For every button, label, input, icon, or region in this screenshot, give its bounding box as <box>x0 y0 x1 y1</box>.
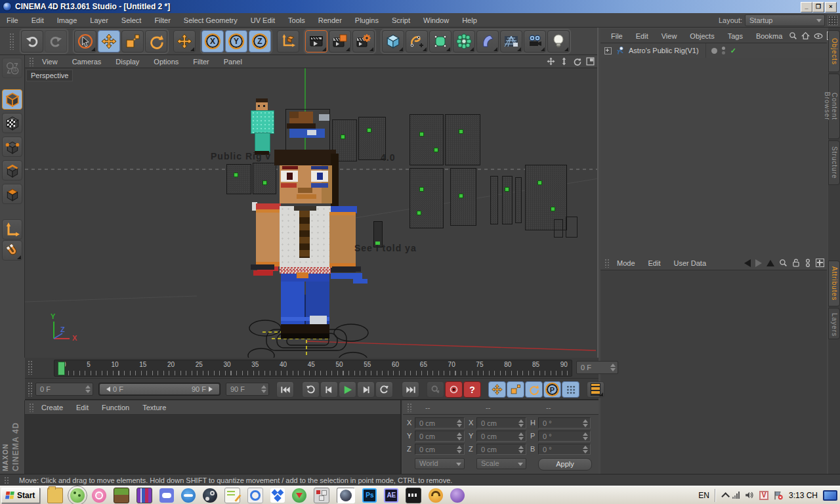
tab-content-browser[interactable]: Content Browser <box>828 74 840 139</box>
menu-plugins[interactable]: Plugins <box>348 16 385 24</box>
key-scale-button[interactable] <box>507 381 524 398</box>
pos-z-field[interactable]: 0 cm <box>415 444 465 455</box>
mat-menu-create[interactable]: Create <box>35 404 70 411</box>
home-icon[interactable] <box>801 32 810 40</box>
taskbar-icon-teamviewer[interactable] <box>181 488 196 503</box>
lock-icon[interactable] <box>792 259 800 267</box>
restore-button[interactable]: ❐ <box>812 2 824 12</box>
attr-menu-userdata[interactable]: User Data <box>667 259 713 267</box>
obj-menu-view[interactable]: View <box>655 32 684 40</box>
taskbar-icon-media-encoder[interactable] <box>406 488 421 503</box>
object-label[interactable]: Astro's Public Rig(V1) <box>629 47 699 54</box>
visibility-render-dots[interactable] <box>722 47 725 54</box>
vp-menu-cameras[interactable]: Cameras <box>65 58 109 66</box>
render-picture-viewer-button[interactable] <box>329 30 351 52</box>
search-icon[interactable] <box>779 259 788 267</box>
size-z-field[interactable]: 0 cm <box>476 444 526 455</box>
toolbar-drag-handle[interactable] <box>9 33 15 50</box>
record-keyframes-button[interactable] <box>427 381 444 398</box>
menu-select[interactable]: Select <box>115 16 148 24</box>
obj-menu-edit[interactable]: Edit <box>629 32 655 40</box>
taskbar-icon-audio[interactable] <box>429 488 443 503</box>
menu-filter[interactable]: Filter <box>148 16 177 24</box>
object-tree-row[interactable]: Astro's Public Rig(V1) ✓ <box>600 43 827 58</box>
autokeying-button[interactable] <box>445 381 463 398</box>
taskbar-icon-discord[interactable] <box>159 488 174 503</box>
key-pla-button[interactable] <box>562 381 579 398</box>
key-rotation-button[interactable] <box>525 381 543 398</box>
add-array-button[interactable] <box>453 30 475 52</box>
taskbar-icon-cinema4d-green[interactable] <box>70 488 85 503</box>
menu-edit[interactable]: Edit <box>25 16 51 24</box>
viewport-camera-label[interactable]: Perspective <box>26 70 73 81</box>
goto-start-button[interactable] <box>276 381 294 398</box>
menu-window[interactable]: Window <box>417 16 455 24</box>
mat-menu-edit[interactable]: Edit <box>70 404 95 411</box>
current-frame-field[interactable]: 0 F <box>576 361 618 374</box>
frame-field[interactable]: 0 F <box>35 383 93 396</box>
size-x-field[interactable]: 0 cm <box>476 417 526 429</box>
attr-menu-mode[interactable]: Mode <box>610 259 642 267</box>
spinner-icon[interactable] <box>261 385 266 393</box>
menu-tools[interactable]: Tools <box>282 16 312 24</box>
network-signal-icon[interactable] <box>732 492 740 499</box>
materials-list-area[interactable] <box>25 415 400 473</box>
taskbar-icon-browser-sphere[interactable] <box>450 488 465 503</box>
coords-drag-handle[interactable] <box>407 403 413 412</box>
undo-button[interactable] <box>21 30 43 52</box>
add-deformer-button[interactable] <box>476 30 499 52</box>
add-spline-button[interactable] <box>406 30 428 52</box>
spinner-icon[interactable] <box>85 385 91 393</box>
toggle-panels-icon[interactable] <box>586 57 595 66</box>
tray-clock[interactable]: 3:13 CH <box>789 491 818 500</box>
redo-button[interactable] <box>45 30 67 52</box>
scale-tool-button[interactable] <box>121 30 144 52</box>
menu-script[interactable]: Script <box>385 16 417 24</box>
tab-objects[interactable]: Objects <box>828 30 840 72</box>
taskbar-icon-notes[interactable] <box>224 488 240 503</box>
obj-menu-bookmarks[interactable]: Bookma <box>749 32 789 40</box>
tray-collapse-icon[interactable] <box>721 492 730 501</box>
vp-menu-view[interactable]: View <box>35 58 65 66</box>
lock-y-axis-button[interactable]: Y <box>225 30 247 52</box>
tray-antivirus-icon[interactable]: V <box>759 491 768 500</box>
make-editable-button[interactable] <box>2 58 22 78</box>
add-floor-button[interactable] <box>500 30 522 52</box>
live-selection-button[interactable] <box>74 30 96 52</box>
menu-uv-edit[interactable]: UV Edit <box>244 16 282 24</box>
taskbar-icon-osu[interactable] <box>92 488 106 503</box>
snap-magnet-button[interactable] <box>2 240 22 261</box>
rot-p-field[interactable]: 0 ° <box>538 430 591 442</box>
tab-layers[interactable]: Layers <box>828 308 840 339</box>
menu-select-geometry[interactable]: Select Geometry <box>177 16 244 24</box>
mat-menu-texture[interactable]: Texture <box>136 404 173 411</box>
lock-x-axis-button[interactable]: X <box>201 30 224 52</box>
visibility-editor-dot[interactable] <box>711 48 717 54</box>
tab-structure[interactable]: Structure <box>828 140 840 185</box>
timeline-button[interactable] <box>587 381 604 398</box>
materials-drag-handle[interactable] <box>29 403 35 412</box>
rotate-view-icon[interactable] <box>573 57 581 66</box>
taskbar-icon-winrar[interactable] <box>136 488 152 503</box>
end-frame-field[interactable]: 90 F <box>226 383 269 396</box>
pos-y-field[interactable]: 0 cm <box>415 430 465 442</box>
rot-h-field[interactable]: 0 ° <box>538 417 591 429</box>
keying-help-button[interactable]: ? <box>463 381 481 398</box>
loop-button[interactable] <box>375 381 393 398</box>
rot-b-field[interactable]: 0 ° <box>538 444 591 455</box>
add-cube-button[interactable] <box>382 30 404 52</box>
add-light-button[interactable] <box>547 30 570 52</box>
viewport-canvas[interactable]: Perspective <box>25 68 598 358</box>
show-desktop-icon[interactable] <box>823 490 837 501</box>
taskbar-icon-utility[interactable] <box>314 488 329 503</box>
menu-image[interactable]: Image <box>51 16 84 24</box>
start-button[interactable]: Start <box>1 488 40 503</box>
taskbar-icon-after-effects[interactable]: AE <box>384 488 398 503</box>
search-icon[interactable] <box>789 32 797 40</box>
add-panel-icon[interactable] <box>816 259 824 267</box>
points-mode-button[interactable] <box>2 136 22 157</box>
vp-menu-display[interactable]: Display <box>108 58 146 66</box>
goto-end-button[interactable] <box>402 381 419 398</box>
taskbar-icon-minecraft[interactable] <box>114 488 129 503</box>
menu-render[interactable]: Render <box>312 16 348 24</box>
